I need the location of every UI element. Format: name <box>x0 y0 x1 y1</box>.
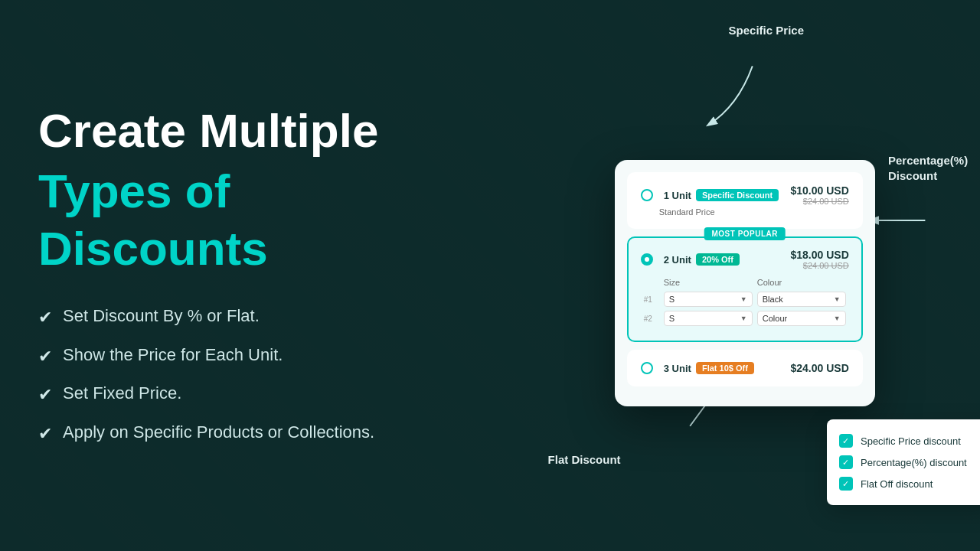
annotation-percentage-discount: Percentage(%)Discount <box>888 153 980 183</box>
check-circle-icon-2: ✔ <box>38 345 52 369</box>
tier-1-standard-label: Standard Price <box>659 207 849 217</box>
hero-title-line1: Create Multiple <box>38 105 472 157</box>
tier-row-1[interactable]: 1 Unit Specific Discount $10.00 USD $24.… <box>627 172 863 229</box>
feature-item-2: ✔ Show the Price for Each Unit. <box>38 344 472 369</box>
tier-2-price: $18.00 USD $24.00 USD <box>791 249 849 270</box>
check-circle-icon-4: ✔ <box>38 422 52 446</box>
feature-item-4: ✔ Apply on Specific Products or Collecti… <box>38 421 472 446</box>
check-icon-2: ✓ <box>839 455 853 469</box>
tier-radio-3[interactable] <box>641 362 653 374</box>
variant-row-2: #2 S▼ Colour▼ <box>644 311 846 326</box>
feature-text-2: Show the Price for Each Unit. <box>63 344 283 367</box>
check-circle-icon-1: ✔ <box>38 306 52 330</box>
tooltip-item-1: ✓ Specific Price discount <box>839 430 980 452</box>
most-popular-badge: MOST POPULAR <box>704 227 786 240</box>
tier-radio-2[interactable] <box>641 253 653 266</box>
tier-3-price: $24.00 USD <box>791 362 849 374</box>
tooltip-item-2: ✓ Percentage(%) discount <box>839 452 980 473</box>
tier-1-price: $10.00 USD $24.00 USD <box>791 184 849 206</box>
feature-item-3: ✔ Set Fixed Price. <box>38 382 472 407</box>
annotation-specific-price: Specific Price <box>729 23 804 38</box>
feature-list: ✔ Set Discount By % or Flat. ✔ Show the … <box>38 305 472 446</box>
variant-colour-1-select[interactable]: Black▼ <box>757 292 846 307</box>
tier-2-unit-label: 2 Unit <box>664 254 691 266</box>
check-circle-icon-3: ✔ <box>38 383 52 407</box>
variant-header: Size Colour <box>644 278 846 287</box>
variant-num-1: #1 <box>644 295 659 304</box>
variant-size-1-select[interactable]: S▼ <box>664 292 753 307</box>
feature-text-1: Set Discount By % or Flat. <box>63 305 260 328</box>
tooltip-label-3: Flat Off discount <box>861 478 933 490</box>
tier-2-wrapper: MOST POPULAR 2 Unit 20% Off $18.00 USD $… <box>627 236 863 342</box>
discount-tiers-card: 1 Unit Specific Discount $10.00 USD $24.… <box>615 160 875 406</box>
tier-1-unit-label: 1 Unit <box>664 190 691 201</box>
variant-area: Size Colour #1 S▼ Black▼ <box>641 278 849 330</box>
hero-title-line2: Types of Discounts <box>38 163 472 277</box>
tier-row-2[interactable]: MOST POPULAR 2 Unit 20% Off $18.00 USD $… <box>627 236 863 342</box>
feature-item-1: ✔ Set Discount By % or Flat. <box>38 305 472 330</box>
tier-3-unit-label: 3 Unit <box>664 363 691 374</box>
annotation-flat-discount: Flat Discount <box>548 452 621 468</box>
variant-row-1: #1 S▼ Black▼ <box>644 292 846 307</box>
tier-row-3[interactable]: 3 Unit Flat 10$ Off $24.00 USD <box>627 350 863 386</box>
check-icon-1: ✓ <box>839 434 853 448</box>
feature-text-4: Apply on Specific Products or Collection… <box>63 421 374 445</box>
tooltip-label-2: Percentage(%) discount <box>861 457 967 468</box>
discount-types-tooltip: ✓ Specific Price discount ✓ Percentage(%… <box>827 419 980 505</box>
tooltip-item-3: ✓ Flat Off discount <box>839 473 980 494</box>
tooltip-label-1: Specific Price discount <box>861 435 961 447</box>
tier-3-badge: Flat 10$ Off <box>696 362 754 374</box>
feature-text-3: Set Fixed Price. <box>63 382 181 406</box>
variant-num-2: #2 <box>644 315 659 323</box>
check-icon-3: ✓ <box>839 477 853 491</box>
tier-2-badge: 20% Off <box>696 253 740 266</box>
variant-size-2-select[interactable]: S▼ <box>664 311 753 326</box>
tier-1-badge: Specific Discount <box>696 189 779 201</box>
variant-colour-2-select[interactable]: Colour▼ <box>757 311 846 326</box>
tier-radio-1[interactable] <box>641 189 653 201</box>
